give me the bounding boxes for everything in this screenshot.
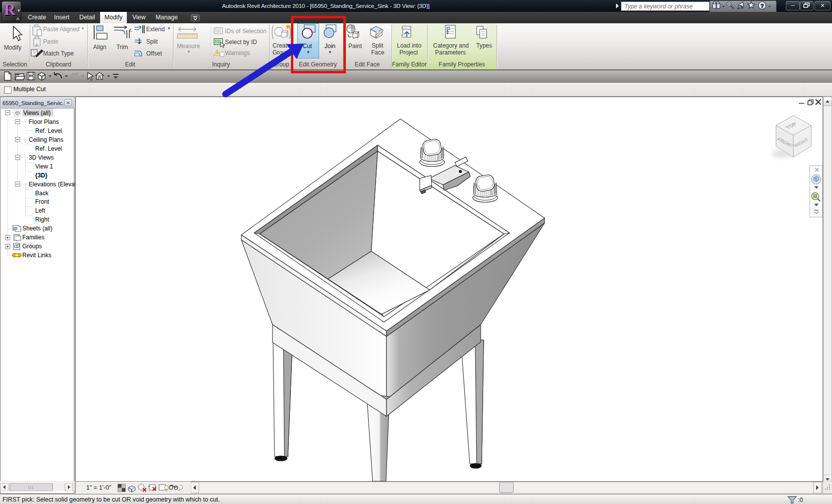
svg-text::0: :0 <box>798 497 803 504</box>
svg-text:1" = 1'-0": 1" = 1'-0" <box>86 484 111 491</box>
svg-text:?: ? <box>761 3 764 9</box>
